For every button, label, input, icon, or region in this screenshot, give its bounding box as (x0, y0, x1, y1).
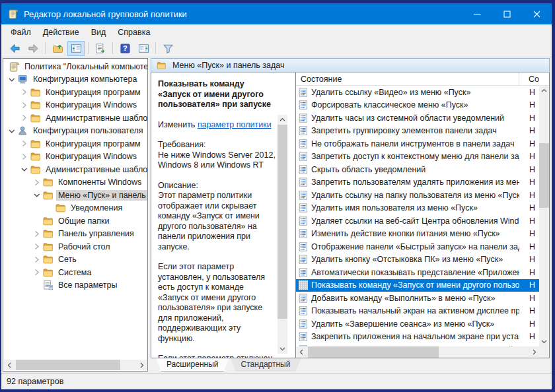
tree-item[interactable]: Сеть (3, 253, 147, 267)
policy-row[interactable]: Закрепить приложения на начальном экране… (296, 331, 539, 344)
description-vertical-scrollbar[interactable] (278, 115, 287, 354)
policy-row[interactable]: Удалить ссылку «Видео» из меню «Пуск»Н (296, 86, 539, 99)
policy-row[interactable]: Показывать начальный экран на активном д… (296, 305, 539, 318)
help-icon[interactable]: ? (116, 41, 133, 56)
chevron-right-icon[interactable] (32, 268, 41, 277)
policy-state: Н (519, 268, 535, 277)
tab-standard[interactable]: Стандартный (231, 358, 301, 372)
scrollbar-thumb[interactable] (278, 125, 287, 319)
chevron-down-icon[interactable] (7, 75, 16, 84)
list-vertical-scrollbar[interactable] (539, 86, 549, 346)
menu-action[interactable]: Действие (37, 26, 85, 39)
policy-row[interactable]: Автоматически показывать представление «… (296, 266, 539, 279)
scrollbar-thumb[interactable] (16, 360, 120, 370)
policy-row[interactable]: Удаляет ссылки на веб-сайт Центра обновл… (296, 214, 539, 228)
scroll-down-icon[interactable] (278, 344, 287, 354)
policy-row[interactable]: Удалить кнопку «Отстыковка ПК» из меню «… (296, 253, 539, 267)
policy-row[interactable]: Запретить группировку элементов панели з… (296, 125, 539, 138)
chevron-right-icon[interactable] (20, 88, 28, 96)
back-icon[interactable] (6, 41, 23, 56)
policy-row[interactable]: Отображение панели «Быстрый запуск» на п… (296, 240, 539, 253)
up-one-level-icon[interactable] (49, 41, 66, 56)
chevron-right-icon[interactable] (32, 230, 41, 238)
tree-item[interactable]: Рабочий стол (3, 240, 147, 253)
policy-name: Удалить ссылку «Видео» из меню «Пуск» (311, 88, 519, 97)
scroll-up-icon[interactable] (539, 86, 549, 96)
menu-file[interactable]: Файл (5, 26, 37, 39)
menu-help[interactable]: Справка (112, 26, 156, 39)
policy-row[interactable]: Удалить «Завершение сеанса» из меню «Пус… (296, 317, 539, 331)
policy-row[interactable]: Удалить ссылку на папку пользователя из … (296, 189, 539, 202)
chevron-down-icon[interactable] (20, 165, 28, 174)
scrollbar-track[interactable] (307, 346, 529, 358)
chevron-right-icon[interactable] (20, 139, 28, 148)
tree-item[interactable]: Панель управления (3, 228, 147, 241)
scroll-right-icon[interactable] (136, 360, 147, 370)
policy-state: Н (519, 126, 535, 135)
policy-row[interactable]: Изменить действие кнопки питания меню «П… (296, 228, 539, 241)
tree-horizontal-scrollbar[interactable] (4, 360, 147, 370)
tree-item[interactable]: Система (3, 266, 147, 279)
minimize-button[interactable] (462, 3, 492, 24)
scrollbar-track[interactable] (278, 125, 287, 344)
forward-icon[interactable] (24, 41, 42, 56)
scroll-left-icon[interactable] (4, 360, 15, 370)
tree-item[interactable]: Конфигурация программ (3, 86, 147, 99)
tree-item[interactable]: Все параметры (3, 279, 147, 292)
policy-row[interactable]: Скрыть область уведомленийН (296, 163, 539, 176)
chevron-right-icon[interactable] (32, 242, 41, 251)
policy-row-selected[interactable]: Показывать команду «Запуск от имени друг… (296, 279, 539, 292)
scroll-up-icon[interactable] (278, 115, 287, 125)
export-list-icon[interactable] (92, 41, 109, 56)
tree-item[interactable]: Компоненты Windows (3, 176, 147, 189)
tree-item[interactable]: Конфигурация пользователя (3, 125, 147, 138)
scrollbar-thumb[interactable] (308, 346, 439, 358)
policy-row[interactable]: Не отображать панели инструментов в пане… (296, 137, 539, 150)
tree-item[interactable]: Конфигурация Windows (3, 99, 147, 112)
policy-state: Н (519, 294, 535, 303)
tree-item[interactable]: Административные шаблоны (3, 163, 147, 176)
policy-row[interactable]: Форсировать классическое меню «Пуск»Н (296, 99, 539, 112)
menu-view[interactable]: Вид (85, 26, 112, 39)
chevron-right-icon[interactable] (20, 114, 28, 122)
scroll-right-icon[interactable] (529, 346, 539, 358)
chevron-right-icon[interactable] (32, 255, 41, 264)
policy-row[interactable]: Запретить доступ к контекстному меню для… (296, 150, 539, 164)
tree-item[interactable]: Конфигурация компьютера (3, 73, 147, 86)
show-console-tree-icon[interactable] (67, 41, 85, 56)
column-header-state[interactable]: Состояние (296, 73, 519, 86)
tree-item[interactable]: Уведомления (3, 202, 147, 215)
tree-item[interactable]: Конфигурация Windows (3, 150, 147, 164)
show-action-pane-icon[interactable] (135, 41, 152, 56)
svg-text:?: ? (123, 44, 128, 52)
policy-row[interactable]: Добавить команду «Выполнить» в меню «Пус… (296, 292, 539, 305)
column-header-state-2[interactable]: Со (519, 73, 539, 86)
policy-row[interactable]: Удалить часы из системной области уведом… (296, 112, 539, 125)
scroll-down-icon[interactable] (539, 337, 549, 346)
maximize-button[interactable] (492, 3, 522, 24)
tree-item[interactable]: Политика "Локальный компьютер" (3, 60, 147, 73)
edit-policy-link[interactable]: параметр политики (198, 120, 272, 129)
policy-list: Удалить ссылку «Видео» из меню «Пуск»НФо… (296, 86, 539, 346)
list-horizontal-scrollbar[interactable] (296, 346, 539, 358)
scrollbar-track[interactable] (15, 360, 136, 370)
tree-item[interactable]: Административные шаблоны (3, 112, 147, 125)
scroll-left-icon[interactable] (296, 346, 307, 358)
tree-item[interactable]: Конфигурация программ (3, 137, 147, 150)
chevron-right-icon[interactable] (20, 101, 28, 110)
policy-row[interactable]: Запретить пользователям удалять приложен… (296, 176, 539, 189)
filter-icon[interactable] (159, 41, 176, 56)
computer-icon (17, 74, 28, 84)
policy-row[interactable]: Удалить имя пользователя из меню «Пуск»Н (296, 202, 539, 215)
scrollbar-track[interactable] (539, 96, 549, 337)
tree-item-selected[interactable]: Меню «Пуск» и панель задач (3, 189, 147, 202)
chevron-right-icon[interactable] (32, 178, 41, 187)
policy-state: Н (519, 306, 535, 315)
scrollbar-thumb[interactable] (539, 143, 549, 208)
close-button[interactable] (522, 3, 552, 24)
tab-extended[interactable]: Расширенный (156, 358, 229, 372)
chevron-down-icon[interactable] (7, 127, 16, 135)
chevron-down-icon[interactable] (32, 191, 41, 199)
tree-item[interactable]: Общие папки (3, 214, 147, 228)
chevron-right-icon[interactable] (20, 152, 28, 161)
